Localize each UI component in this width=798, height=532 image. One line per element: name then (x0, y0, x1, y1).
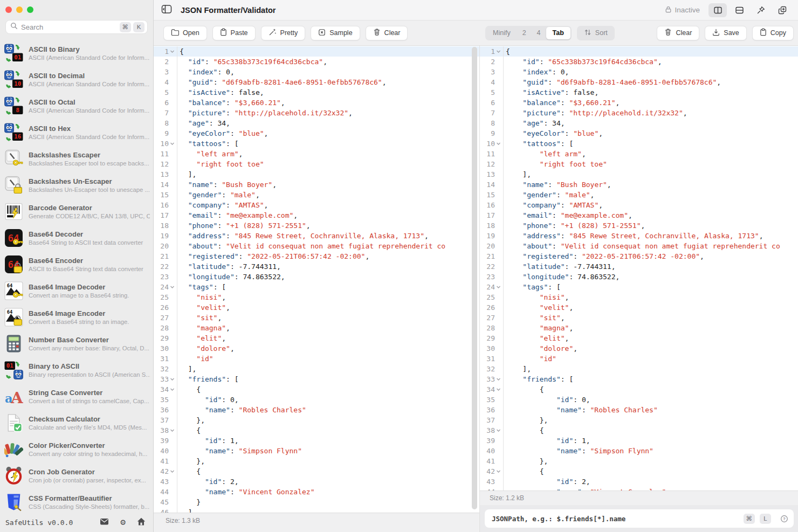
clear-left-button[interactable]: Clear (366, 26, 408, 40)
code-line-27[interactable]: 27 "sit", (154, 313, 479, 323)
code-line-32[interactable]: 32 ], (154, 364, 479, 374)
code-line-40[interactable]: 40 "name": "Simpson Flynn" (154, 446, 479, 456)
code-line-19[interactable]: 19 "address": "845 Rewe Street, Cochranv… (480, 231, 798, 241)
sidebar-item-cron-job-generator[interactable]: Cron Job GeneratorCron job (or crontab) … (0, 462, 153, 489)
close-window-button[interactable] (5, 6, 12, 13)
segment-minify[interactable]: Minify (486, 27, 517, 39)
code-line-42[interactable]: 42 { (154, 466, 479, 476)
code-line-26[interactable]: 26 "velit", (154, 302, 479, 313)
code-line-41[interactable]: 41 }, (480, 456, 798, 466)
code-line-41[interactable]: 41 }, (154, 456, 479, 466)
minimize-window-button[interactable] (16, 6, 23, 13)
code-line-43[interactable]: 43 "id": 2, (154, 476, 479, 487)
code-line-29[interactable]: 29 "elit", (480, 333, 798, 343)
code-line-34[interactable]: 34 { (480, 384, 798, 395)
code-line-16[interactable]: 16 "company": "AMTAS", (480, 200, 798, 210)
code-line-23[interactable]: 23 "longitude": 74.863522, (154, 272, 479, 282)
code-line-34[interactable]: 34 { (154, 384, 479, 395)
code-line-16[interactable]: 16 "company": "AMTAS", (154, 200, 479, 210)
pretty-button[interactable]: Pretty (261, 26, 306, 40)
code-line-7[interactable]: 7 "picture": "http://placehold.it/32x32"… (480, 108, 798, 118)
sidebar-item-base64-image-encoder[interactable]: 64Base64 Image EncoderConvert a Base64 s… (0, 304, 153, 330)
code-line-24[interactable]: 24 "tags": [ (480, 282, 798, 292)
source-json-editor[interactable]: 1{2 "id": "65c338b373c19f64cd36cbca",3 "… (154, 46, 479, 513)
save-button[interactable]: Save (705, 26, 747, 40)
code-line-4[interactable]: 4 "guid": "d6f9abfb-8281-4ae6-8951-0efbb… (154, 77, 479, 87)
code-line-5[interactable]: 5 "isActive": false, (480, 87, 798, 98)
code-line-18[interactable]: 18 "phone": "+1 (828) 571-2551", (154, 220, 479, 231)
code-line-14[interactable]: 14 "name": "Bush Boyer", (480, 179, 798, 190)
fold-toggle-icon[interactable] (495, 466, 501, 476)
code-line-22[interactable]: 22 "latitude": -7.744311, (154, 261, 479, 272)
code-line-33[interactable]: 33 "friends": [ (480, 374, 798, 384)
segment-indent-2[interactable]: 2 (517, 27, 532, 39)
code-line-30[interactable]: 30 "dolore", (480, 343, 798, 354)
mail-icon[interactable] (100, 517, 109, 527)
paste-button[interactable]: Paste (212, 26, 256, 40)
code-line-39[interactable]: 39 "id": 1, (480, 436, 798, 446)
toggle-sidebar-icon[interactable] (161, 4, 172, 17)
code-line-39[interactable]: 39 "id": 1, (154, 436, 479, 446)
jsonpath-input[interactable]: JSONPath, e.g.: $.friends[*].name ⌘ L ? (485, 509, 794, 528)
fold-toggle-icon[interactable] (169, 466, 175, 476)
code-line-26[interactable]: 26 "velit", (480, 302, 798, 313)
code-line-10[interactable]: 10 "tattoos": [ (480, 139, 798, 149)
code-line-6[interactable]: 6 "balance": "$3,660.21", (480, 98, 798, 108)
settings-gear-icon[interactable]: ⚙ (120, 518, 126, 527)
code-line-9[interactable]: 9 "eyeColor": "blue", (480, 128, 798, 139)
fold-toggle-icon[interactable] (169, 374, 175, 384)
code-line-14[interactable]: 14 "name": "Bush Boyer", (154, 179, 479, 190)
code-line-15[interactable]: 15 "gender": "male", (480, 190, 798, 200)
code-line-20[interactable]: 20 "about": "Velit id consequat non amet… (154, 241, 479, 251)
segment-tab[interactable]: Tab (546, 27, 570, 39)
code-line-2[interactable]: 2 "id": "65c338b373c19f64cd36cbca", (480, 57, 798, 67)
code-line-8[interactable]: 8 "age": 34, (154, 118, 479, 128)
code-line-35[interactable]: 35 "id": 0, (480, 395, 798, 405)
code-line-30[interactable]: 30 "dolore", (154, 343, 479, 354)
code-line-31[interactable]: 31 "id" (154, 354, 479, 364)
code-line-46[interactable]: 46 ] (154, 507, 479, 513)
code-line-38[interactable]: 38 { (480, 425, 798, 436)
code-line-28[interactable]: 28 "magna", (154, 323, 479, 333)
code-line-32[interactable]: 32 ], (480, 364, 798, 374)
code-line-11[interactable]: 11 "left arm", (154, 149, 479, 159)
code-line-1[interactable]: 1{ (154, 46, 479, 57)
sidebar-item-base64-image-decoder[interactable]: 64Base64 Image DecoderConvert an image t… (0, 278, 153, 304)
code-line-21[interactable]: 21 "registered": "2022-05-21T06:57:42 -0… (154, 251, 479, 261)
code-line-4[interactable]: 4 "guid": "d6f9abfb-8281-4ae6-8951-0efbb… (480, 77, 798, 87)
code-line-13[interactable]: 13 ], (154, 169, 479, 179)
sidebar-item-ascii-to-hex[interactable]: 16ASCII to HexASCII (American Standard C… (0, 119, 153, 146)
fold-toggle-icon[interactable] (169, 139, 175, 149)
code-line-27[interactable]: 27 "sit", (480, 313, 798, 323)
sidebar-item-color-picker-converter[interactable]: Color Picker/ConverterConvert any color … (0, 436, 153, 462)
code-line-19[interactable]: 19 "address": "845 Rewe Street, Cochranv… (154, 231, 479, 241)
fold-toggle-icon[interactable] (169, 384, 175, 395)
code-line-1[interactable]: 1{ (480, 46, 798, 57)
code-line-3[interactable]: 3 "index": 0, (154, 67, 479, 77)
code-line-37[interactable]: 37 }, (480, 415, 798, 425)
code-line-45[interactable]: 45 } (154, 497, 479, 507)
code-line-2[interactable]: 2 "id": "65c338b373c19f64cd36cbca", (154, 57, 479, 67)
fold-toggle-icon[interactable] (495, 374, 501, 384)
fold-toggle-icon[interactable] (169, 282, 175, 292)
code-line-5[interactable]: 5 "isActive": false, (154, 87, 479, 98)
sidebar-item-css-formatter-beautifier[interactable]: CSS Formatter/BeautifierCSS (Cascading S… (0, 489, 153, 515)
code-line-18[interactable]: 18 "phone": "+1 (828) 571-2551", (480, 220, 798, 231)
split-rows-button[interactable] (730, 3, 748, 17)
sidebar-item-binary-to-ascii[interactable]: 01Binary to ASCIIBinary representation t… (0, 357, 153, 383)
code-line-28[interactable]: 28 "magna", (480, 323, 798, 333)
code-line-22[interactable]: 22 "latitude": -7.744311, (480, 261, 798, 272)
sort-button[interactable]: Sort (577, 26, 615, 40)
code-line-36[interactable]: 36 "name": "Robles Charles" (154, 405, 479, 415)
code-line-17[interactable]: 17 "email": "me@example.com", (154, 210, 479, 220)
code-line-43[interactable]: 43 "id": 2, (480, 476, 798, 487)
sidebar-item-string-case-converter[interactable]: aAString Case ConverterConvert a list of… (0, 383, 153, 410)
result-json-editor[interactable]: 1{2 "id": "65c338b373c19f64cd36cbca",3 "… (480, 46, 798, 490)
code-line-21[interactable]: 21 "registered": "2022-05-21T06:57:42 -0… (480, 251, 798, 261)
help-icon[interactable]: ? (780, 515, 788, 523)
code-line-11[interactable]: 11 "left arm", (480, 149, 798, 159)
code-line-33[interactable]: 33 "friends": [ (154, 374, 479, 384)
sidebar-item-ascii-to-decimal[interactable]: 10ASCII to DecimalASCII (American Standa… (0, 66, 153, 93)
copy-button[interactable]: Copy (752, 26, 794, 40)
fold-toggle-icon[interactable] (495, 46, 501, 57)
